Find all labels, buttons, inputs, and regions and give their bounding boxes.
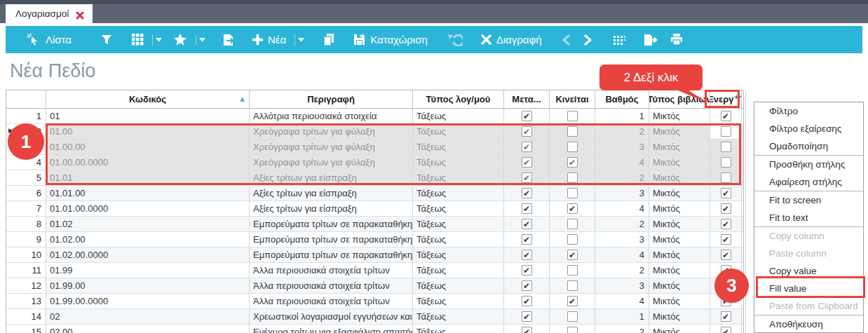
cell-code[interactable]: 01.00.00.0000 (46, 155, 250, 170)
cell-description[interactable]: Χρεόγραφα τρίτων για φύλαξη (250, 124, 413, 139)
cell-level[interactable]: 2 (595, 325, 649, 333)
checkbox-moves[interactable] (567, 327, 578, 333)
list-button[interactable]: Λίστα (27, 33, 72, 47)
cell-code[interactable]: 01.99 (46, 263, 250, 278)
cell-account-type[interactable]: Τάξεως (413, 247, 504, 262)
checkbox-meta[interactable]: ✔ (522, 327, 532, 333)
table-row[interactable]: 1502.00Ενέχυρα τρίτων για εξασφάλιση απα… (6, 325, 743, 333)
menu-item-αποθήκευση[interactable]: Αποθήκευση (754, 315, 863, 333)
cell-book-type[interactable]: Μικτός (649, 201, 710, 216)
cell-book-type[interactable]: Μικτός (649, 217, 710, 231)
previous-button[interactable] (562, 34, 570, 46)
copy-button[interactable] (323, 33, 335, 46)
column-header-account-type[interactable]: Τύπος λογ/μού (413, 90, 504, 108)
checkbox-meta[interactable]: ✔ (522, 234, 532, 245)
sort-ascending-icon[interactable]: ▲ (240, 95, 245, 102)
cell-code[interactable]: 01.02.00.0000 (46, 247, 250, 262)
table-row[interactable]: 601.01.00Αξίες τρίτων για είσπραξηΤάξεως… (6, 186, 743, 201)
cell-code[interactable]: 01.02.00 (46, 232, 250, 247)
column-header-description[interactable]: Περιγραφή (250, 90, 413, 108)
checkbox-meta[interactable]: ✔ (522, 188, 532, 198)
checkbox-moves[interactable] (567, 234, 578, 245)
cell-book-type[interactable]: Μικτός (649, 232, 710, 247)
cell-level[interactable]: 2 (595, 124, 649, 139)
cell-book-type[interactable]: Μικτός (649, 309, 710, 324)
menu-item-fit-to-screen[interactable]: Fit to screen (754, 191, 863, 209)
menu-item-φίλτρο[interactable]: Φίλτρο (754, 102, 863, 120)
column-header-meta[interactable]: Μετα... (504, 90, 550, 108)
checkbox-moves[interactable]: ✔ (567, 203, 578, 214)
layout-button[interactable] (132, 34, 162, 46)
row-header[interactable]: 1 (6, 109, 46, 123)
checkbox-meta[interactable]: ✔ (522, 172, 532, 183)
row-header[interactable]: 14 (6, 309, 46, 324)
row-header[interactable]: 8 (6, 217, 46, 231)
cell-description[interactable]: Εμπορεύματα τρίτων σε παρακαταθήκη (250, 232, 413, 247)
cell-description[interactable]: Αλλότρια περιουσιακά στοιχεία (250, 109, 413, 123)
undo-button[interactable] (447, 34, 463, 46)
cell-account-type[interactable]: Τάξεως (413, 170, 504, 185)
cell-book-type[interactable]: Μικτός (649, 140, 710, 154)
cell-code[interactable]: 01.99.00.0000 (46, 294, 250, 308)
row-header[interactable]: 13 (6, 294, 46, 308)
checkbox-active[interactable]: ✔ (721, 311, 731, 322)
cell-description[interactable]: Χρεόγραφα τρίτων για φύλαξη (250, 155, 413, 170)
menu-item-fit-to-text[interactable]: Fit to text (754, 209, 863, 226)
cell-active[interactable]: ✔ (710, 263, 742, 278)
table-row[interactable]: 1101.99Άλλα περιουσιακά στοιχεία τρίτωνΤ… (6, 263, 743, 278)
cell-active[interactable]: ✔ (710, 186, 742, 201)
cell-active[interactable]: ✔ (710, 232, 742, 247)
cell-account-type[interactable]: Τάξεως (413, 186, 504, 201)
table-row[interactable]: 501.01Αξίες τρίτων για είσπραξηΤάξεως✔2Μ… (6, 170, 743, 186)
filter-button[interactable] (101, 34, 112, 45)
cell-active[interactable]: ✔ (710, 201, 742, 216)
cell-code[interactable]: 01.99.00 (46, 278, 250, 293)
checkbox-moves[interactable]: ✔ (567, 250, 578, 260)
cell-account-type[interactable]: Τάξεως (413, 140, 504, 154)
cell-active[interactable]: ✔ (710, 309, 742, 324)
column-header-active[interactable]: Ενεργ+·· (710, 90, 742, 108)
checkbox-moves[interactable] (567, 188, 578, 198)
cell-description[interactable]: Αξίες τρίτων για είσπραξη (250, 186, 413, 201)
cell-level[interactable]: 4 (595, 201, 649, 216)
layout-dropdown[interactable] (152, 34, 162, 46)
save-button[interactable]: Καταχώριση (353, 34, 428, 46)
row-header[interactable]: 10 (6, 247, 46, 262)
new-button[interactable]: Νέα (252, 34, 304, 46)
cell-active[interactable] (710, 140, 742, 154)
cell-active[interactable]: ✔ (710, 325, 742, 333)
row-header[interactable]: 5 (6, 170, 46, 185)
cell-book-type[interactable]: Μικτός (649, 170, 710, 185)
column-header-level[interactable]: Βαθμός (595, 90, 649, 108)
checkbox-meta[interactable]: ✔ (522, 296, 532, 306)
cell-description[interactable]: Άλλα περιουσιακά στοιχεία τρίτων (250, 263, 413, 278)
checkbox-active[interactable]: ✔ (721, 219, 731, 229)
cell-active[interactable]: ✔ (710, 217, 742, 231)
cell-description[interactable]: Εμπορεύματα τρίτων σε παρακαταθήκη (ανά … (250, 247, 413, 262)
checkbox-active[interactable] (721, 142, 731, 152)
cell-book-type[interactable]: Μικτός (649, 124, 710, 139)
cell-book-type[interactable]: Μικτός (649, 294, 710, 308)
checkbox-meta[interactable]: ✔ (522, 280, 532, 291)
menu-item-ομαδοποίηση[interactable]: Ομαδοποίηση (754, 137, 863, 155)
column-header-book-type[interactable]: Τύπος βιβλίων (649, 90, 710, 108)
tab-accounts[interactable]: Λογαριασμοί (6, 4, 93, 23)
cell-level[interactable]: 3 (595, 186, 649, 201)
cell-code[interactable]: 01.01.00 (46, 186, 250, 201)
row-header[interactable]: ▶2 (6, 124, 46, 139)
row-header[interactable]: 4 (6, 155, 46, 170)
checkbox-active[interactable]: ✔ (721, 203, 731, 214)
cell-description[interactable]: Ενέχυρα τρίτων για εξασφάλιση απαιτήσεων (250, 325, 413, 333)
cell-account-type[interactable]: Τάξεως (413, 217, 504, 231)
cell-book-type[interactable]: Μικτός (649, 109, 710, 123)
checkbox-meta[interactable]: ✔ (522, 203, 532, 214)
cell-description[interactable]: Χρεόγραφα τρίτων για φύλαξη (250, 140, 413, 154)
cell-description[interactable]: Άλλα περιουσιακά στοιχεία τρίτων (250, 294, 413, 308)
row-header[interactable]: 11 (6, 263, 46, 278)
checkbox-active[interactable]: ✔ (721, 111, 731, 121)
close-tab-icon[interactable] (76, 10, 84, 18)
cell-description[interactable]: Αξίες τρίτων για είσπραξη (250, 201, 413, 216)
cell-code[interactable]: 01 (46, 109, 250, 123)
checkbox-active[interactable]: ✔ (721, 280, 731, 291)
cell-active[interactable] (710, 124, 742, 139)
